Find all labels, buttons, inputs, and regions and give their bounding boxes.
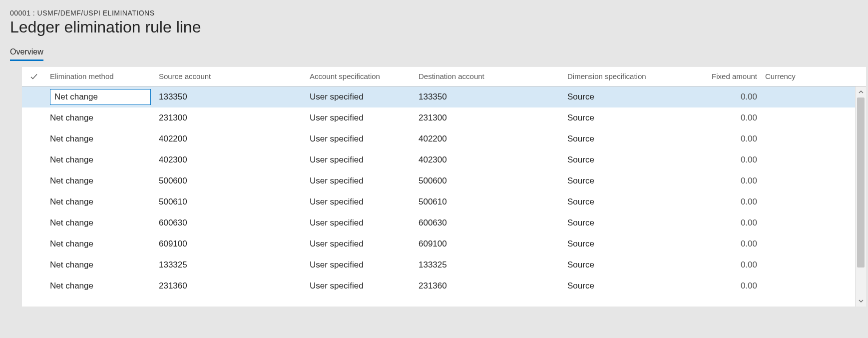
cell-fixed-amount[interactable]: 0.00 — [692, 155, 763, 165]
page-title: Ledger elimination rule line — [10, 18, 868, 36]
cell-elimination-method[interactable]: Net change — [46, 176, 157, 186]
cell-source-account[interactable]: 133350 — [157, 92, 308, 102]
table-row[interactable]: Net change402200User specified402200Sour… — [22, 128, 866, 150]
cell-destination-account[interactable]: 231360 — [417, 281, 565, 291]
cell-account-specification[interactable]: User specified — [308, 260, 417, 270]
cell-elimination-method[interactable]: Net change — [46, 89, 157, 105]
cell-account-specification[interactable]: User specified — [308, 92, 417, 102]
cell-dimension-specification[interactable]: Source — [565, 239, 692, 249]
cell-source-account[interactable]: 231360 — [157, 281, 308, 291]
table-row[interactable]: Net change600630User specified600630Sour… — [22, 212, 866, 234]
tab-overview[interactable]: Overview — [10, 46, 43, 61]
cell-dimension-specification[interactable]: Source — [565, 134, 692, 144]
grid-body: Net change133350User specified133350Sour… — [22, 86, 866, 306]
cell-elimination-method[interactable]: Net change — [46, 113, 157, 123]
cell-dimension-specification[interactable]: Source — [565, 113, 692, 123]
table-row[interactable]: Net change500600User specified500600Sour… — [22, 170, 866, 192]
column-header-elimination-method[interactable]: Elimination method — [46, 72, 157, 80]
cell-dimension-specification[interactable]: Source — [565, 197, 692, 207]
column-header-fixed-amount[interactable]: Fixed amount — [692, 72, 763, 80]
cell-fixed-amount[interactable]: 0.00 — [692, 92, 763, 102]
cell-dimension-specification[interactable]: Source — [565, 260, 692, 270]
scroll-down-arrow-icon[interactable] — [856, 296, 866, 306]
cell-account-specification[interactable]: User specified — [308, 239, 417, 249]
table-row[interactable]: Net change231360User specified231360Sour… — [22, 276, 866, 296]
cell-elimination-method[interactable]: Net change — [46, 239, 157, 249]
cell-elimination-method[interactable]: Net change — [46, 155, 157, 165]
table-row[interactable]: Net change133350User specified133350Sour… — [22, 86, 866, 108]
column-header-source-account[interactable]: Source account — [157, 72, 308, 80]
cell-account-specification[interactable]: User specified — [308, 281, 417, 291]
cell-destination-account[interactable]: 133350 — [417, 92, 565, 102]
cell-dimension-specification[interactable]: Source — [565, 218, 692, 228]
cell-destination-account[interactable]: 231300 — [417, 113, 565, 123]
cell-fixed-amount[interactable]: 0.00 — [692, 281, 763, 291]
cell-account-specification[interactable]: User specified — [308, 155, 417, 165]
cell-elimination-method[interactable]: Net change — [46, 134, 157, 144]
table-row[interactable]: Net change402300User specified402300Sour… — [22, 150, 866, 170]
cell-fixed-amount[interactable]: 0.00 — [692, 197, 763, 207]
scroll-track[interactable] — [856, 98, 866, 296]
breadcrumb: 00001 : USMF/DEMF/USPI ELIMINATIONS — [10, 9, 868, 17]
cell-source-account[interactable]: 500610 — [157, 197, 308, 207]
grid-header-row: Elimination method Source account Accoun… — [22, 66, 866, 86]
table-row[interactable]: Net change231300User specified231300Sour… — [22, 108, 866, 128]
cell-dimension-specification[interactable]: Source — [565, 155, 692, 165]
table-row[interactable]: Net change609100User specified609100Sour… — [22, 234, 866, 254]
cell-source-account[interactable]: 402200 — [157, 134, 308, 144]
cell-destination-account[interactable]: 500610 — [417, 197, 565, 207]
column-header-dimension-specification[interactable]: Dimension specification — [565, 72, 692, 80]
cell-fixed-amount[interactable]: 0.00 — [692, 113, 763, 123]
cell-account-specification[interactable]: User specified — [308, 134, 417, 144]
column-header-account-specification[interactable]: Account specification — [308, 72, 417, 80]
tab-strip: Overview — [10, 46, 868, 61]
cell-fixed-amount[interactable]: 0.00 — [692, 260, 763, 270]
cell-destination-account[interactable]: 600630 — [417, 218, 565, 228]
cell-source-account[interactable]: 600630 — [157, 218, 308, 228]
cell-dimension-specification[interactable]: Source — [565, 281, 692, 291]
cell-elimination-method[interactable]: Net change — [46, 260, 157, 270]
cell-destination-account[interactable]: 402200 — [417, 134, 565, 144]
cell-destination-account[interactable]: 133325 — [417, 260, 565, 270]
table-row[interactable]: Net change500610User specified500610Sour… — [22, 192, 866, 212]
cell-source-account[interactable]: 609100 — [157, 239, 308, 249]
cell-source-account[interactable]: 500600 — [157, 176, 308, 186]
vertical-scrollbar[interactable] — [855, 86, 866, 306]
cell-account-specification[interactable]: User specified — [308, 176, 417, 186]
cell-account-specification[interactable]: User specified — [308, 218, 417, 228]
cell-source-account[interactable]: 402300 — [157, 155, 308, 165]
cell-destination-account[interactable]: 500600 — [417, 176, 565, 186]
check-icon — [29, 72, 38, 81]
cell-fixed-amount[interactable]: 0.00 — [692, 176, 763, 186]
cell-destination-account[interactable]: 609100 — [417, 239, 565, 249]
cell-fixed-amount[interactable]: 0.00 — [692, 134, 763, 144]
cell-dimension-specification[interactable]: Source — [565, 92, 692, 102]
cell-source-account[interactable]: 231300 — [157, 113, 308, 123]
grid: Elimination method Source account Accoun… — [22, 66, 866, 306]
cell-elimination-method[interactable]: Net change — [46, 197, 157, 207]
cell-elimination-method[interactable]: Net change — [46, 218, 157, 228]
scroll-up-arrow-icon[interactable] — [856, 86, 866, 98]
column-header-currency[interactable]: Currency — [763, 72, 796, 80]
scroll-thumb[interactable] — [857, 98, 865, 268]
cell-fixed-amount[interactable]: 0.00 — [692, 239, 763, 249]
elimination-method-input[interactable]: Net change — [50, 89, 151, 105]
cell-elimination-method[interactable]: Net change — [46, 281, 157, 291]
table-row[interactable]: Net change133325User specified133325Sour… — [22, 254, 866, 276]
cell-destination-account[interactable]: 402300 — [417, 155, 565, 165]
column-header-destination-account[interactable]: Destination account — [417, 72, 565, 80]
cell-account-specification[interactable]: User specified — [308, 197, 417, 207]
cell-dimension-specification[interactable]: Source — [565, 176, 692, 186]
cell-account-specification[interactable]: User specified — [308, 113, 417, 123]
column-header-select[interactable] — [22, 72, 46, 81]
cell-fixed-amount[interactable]: 0.00 — [692, 218, 763, 228]
cell-source-account[interactable]: 133325 — [157, 260, 308, 270]
